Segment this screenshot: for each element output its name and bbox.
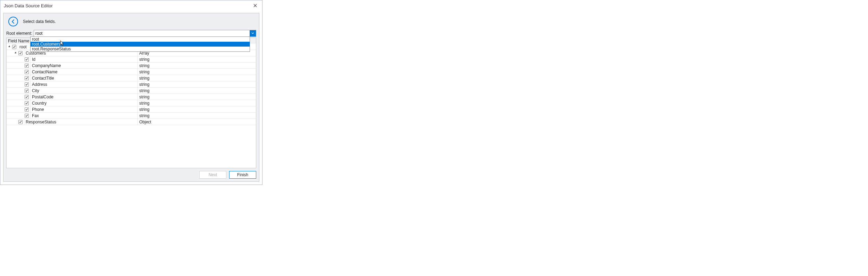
name-cell: PostalCode (7, 94, 137, 100)
checkbox[interactable] (25, 114, 29, 118)
checkbox[interactable] (25, 57, 29, 62)
indent (7, 45, 18, 49)
indent (7, 95, 30, 99)
tree-row[interactable]: ResponseStatusObject (7, 119, 256, 125)
checkbox[interactable] (25, 107, 29, 112)
tree-row[interactable]: PostalCodestring (7, 94, 256, 100)
titlebar: Json Data Source Editor (0, 0, 262, 11)
field-name-label: Id (30, 56, 137, 62)
field-name-label: Country (30, 100, 137, 106)
indent (7, 70, 30, 74)
field-name-label: ContactName (30, 69, 137, 75)
field-type-label: string (137, 88, 256, 94)
indent (7, 101, 30, 105)
indent (7, 82, 30, 87)
name-cell: Phone (7, 106, 137, 112)
field-name-label: City (30, 88, 137, 94)
tree-row[interactable]: Countrystring (7, 100, 256, 106)
field-type-label: string (137, 106, 256, 112)
tree-row[interactable]: Addressstring (7, 81, 256, 88)
field-type-label: string (137, 100, 256, 106)
indent (7, 120, 24, 124)
indent (7, 114, 30, 118)
expander-icon[interactable] (14, 51, 18, 55)
field-type-label: string (137, 56, 256, 62)
checkbox[interactable] (25, 89, 29, 93)
checkbox[interactable] (25, 101, 29, 105)
dialog-window: Json Data Source Editor Select data fiel… (0, 0, 262, 185)
field-name-label: ResponseStatus (24, 119, 137, 125)
name-cell: Fax (7, 113, 137, 119)
arrow-left-icon (10, 19, 16, 24)
tree-row[interactable]: Faxstring (7, 113, 256, 119)
checkbox[interactable] (25, 64, 29, 68)
close-button[interactable] (251, 2, 259, 9)
expander-icon[interactable] (8, 45, 11, 49)
field-name-label: Address (30, 81, 137, 87)
footer: Next Finish (3, 168, 259, 181)
chevron-down-icon (251, 32, 254, 34)
field-type-label: string (137, 81, 256, 87)
back-button[interactable] (8, 17, 18, 26)
field-type-label: string (137, 113, 256, 119)
field-type-label: string (137, 75, 256, 81)
indent (7, 51, 24, 55)
tree-row[interactable]: Citystring (7, 88, 256, 94)
checkbox[interactable] (25, 76, 29, 80)
field-type-label: string (137, 63, 256, 68)
tree-row[interactable]: Idstring (7, 56, 256, 63)
root-element-combo[interactable] (34, 30, 256, 37)
name-cell: ResponseStatus (7, 119, 137, 125)
field-type-label: string (137, 69, 256, 75)
root-element-row: Root element: rootroot.Customersroot.Res… (3, 30, 259, 37)
name-cell: City (7, 88, 137, 94)
name-cell: Country (7, 100, 137, 106)
field-name-label: Phone (30, 106, 137, 112)
checkbox[interactable] (25, 70, 29, 74)
field-name-label: PostalCode (30, 94, 137, 100)
checkbox[interactable] (25, 82, 29, 87)
dropdown-option[interactable]: root (31, 37, 250, 42)
panel-header: Select data fields. (3, 13, 259, 30)
name-cell: Address (7, 81, 137, 87)
dropdown-option[interactable]: root.Customers (31, 42, 250, 47)
root-element-input[interactable] (34, 30, 250, 36)
field-name-label: ContactTitle (30, 75, 137, 81)
indent (7, 57, 30, 62)
dropdown-option[interactable]: root.ResponseStatus (31, 47, 250, 51)
next-button: Next (199, 171, 226, 179)
name-cell: CompanyName (7, 63, 137, 68)
indent (7, 107, 30, 112)
checkbox[interactable] (12, 45, 16, 49)
close-icon (253, 4, 257, 7)
tree-row[interactable]: ContactNamestring (7, 69, 256, 75)
root-element-label: Root element: (6, 31, 32, 36)
field-type-label: string (137, 94, 256, 100)
checkbox[interactable] (18, 51, 23, 55)
name-cell: ContactTitle (7, 75, 137, 81)
window-title: Json Data Source Editor (4, 3, 251, 8)
instruction-text: Select data fields. (23, 19, 56, 24)
name-cell: Id (7, 56, 137, 62)
name-cell: ContactName (7, 69, 137, 75)
field-name-label: Fax (30, 113, 137, 119)
checkbox[interactable] (18, 120, 23, 124)
field-name-label: CompanyName (30, 63, 137, 68)
combo-dropdown-button[interactable] (250, 30, 256, 36)
field-type-label: Object (137, 119, 256, 125)
root-element-dropdown[interactable]: rootroot.Customersroot.ResponseStatus (30, 36, 250, 52)
field-tree[interactable]: rootCustomersArrayIdstringCompanyNamestr… (6, 44, 256, 168)
wizard-panel: Select data fields. Root element: rootro… (3, 13, 259, 182)
tree-row[interactable]: Phonestring (7, 106, 256, 113)
indent (7, 89, 30, 93)
finish-button[interactable]: Finish (229, 171, 256, 179)
checkbox[interactable] (25, 95, 29, 99)
tree-row[interactable]: CompanyNamestring (7, 63, 256, 69)
indent (7, 76, 30, 80)
indent (7, 64, 30, 68)
tree-row[interactable]: ContactTitlestring (7, 75, 256, 81)
